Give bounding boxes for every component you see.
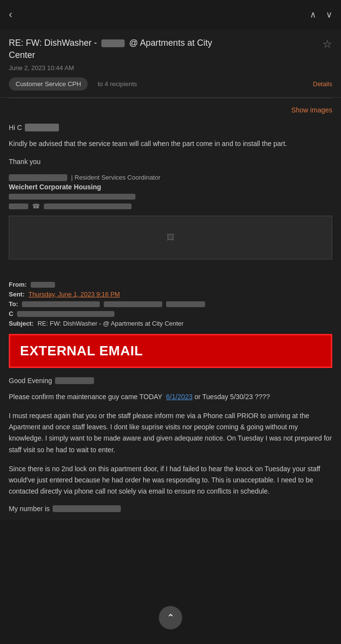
- show-images-link[interactable]: Show images: [291, 106, 332, 114]
- redacted-phone: [44, 203, 132, 209]
- redacted-from: [31, 282, 55, 288]
- details-link[interactable]: Details: [313, 80, 332, 88]
- meta-from: From:: [9, 281, 332, 288]
- sender-row: Customer Service CPH to 4 recipients Det…: [9, 77, 332, 91]
- signature-row: | Resident Services Coordinator: [9, 174, 332, 181]
- email-header: RE: FW: DishWasher - @ Apartments at Cit…: [0, 29, 341, 98]
- email-body: Show images Hi C Kindly be advised that …: [0, 98, 341, 520]
- redacted-cc: [17, 311, 114, 317]
- redacted-to-3: [166, 301, 205, 307]
- redacted-to-1: [22, 301, 100, 307]
- nav-up-button[interactable]: ∧: [310, 9, 316, 20]
- external-email-banner: EXTERNAL EMAIL: [9, 334, 332, 368]
- phone-prefix: ☎: [32, 202, 40, 210]
- subject-part2: @ Apartments at City: [129, 38, 212, 48]
- fwd-paragraph-3: Since there is no 2nd lock on this apart…: [9, 463, 332, 497]
- meta-sent: Sent: Thursday, June 1, 2023 9:16 PM: [9, 291, 332, 298]
- confirm-date-suffix: or Tuesday 5/30/23 ????: [194, 393, 270, 401]
- subject-label: Subject:: [9, 320, 34, 327]
- address-block: ☎: [9, 194, 332, 210]
- to-label: To:: [9, 300, 18, 308]
- sender-chip[interactable]: Customer Service CPH: [9, 77, 88, 91]
- redacted-name: [101, 39, 125, 47]
- redacted-address-2: [9, 203, 28, 209]
- my-number-row: My number is: [9, 505, 332, 513]
- email-greeting: Hi C: [9, 124, 332, 131]
- subject-part1: RE: FW: DishWasher -: [9, 38, 97, 48]
- top-bar: ‹ ∧ ∨: [0, 0, 341, 29]
- my-number-label: My number is: [9, 505, 50, 513]
- redacted-address-1: [9, 194, 135, 200]
- email-image: 🖼: [9, 216, 332, 259]
- from-label: From:: [9, 281, 27, 288]
- fwd-paragraph-2: I must request again that you or the sta…: [9, 410, 332, 455]
- fwd-subject-value: RE: FW: DishWasher - @ Apartments at Cit…: [38, 320, 184, 327]
- signature-role: | Resident Services Coordinator: [71, 174, 160, 181]
- confirm-date-link[interactable]: 6/1/2023: [166, 393, 193, 401]
- redacted-name-greeting: [25, 124, 59, 131]
- meta-to: To:: [9, 300, 332, 308]
- confirm-text: Please confirm the maintenance guy came …: [9, 393, 162, 401]
- greeting-text: Hi C: [9, 124, 22, 131]
- broken-image-icon: 🖼: [167, 233, 174, 242]
- scroll-top-icon: ⌃: [167, 612, 175, 624]
- meta-cc: C: [9, 310, 332, 317]
- company-name: Weichert Corporate Housing: [9, 183, 332, 191]
- subject-row: RE: FW: DishWasher - @ Apartments at Cit…: [9, 37, 332, 61]
- forwarded-section: From: Sent: Thursday, June 1, 2023 9:16 …: [9, 274, 332, 513]
- sent-label: Sent:: [9, 291, 25, 298]
- body-paragraph-thanks: Thank you: [9, 156, 332, 167]
- email-subject: RE: FW: DishWasher - @ Apartments at Cit…: [9, 37, 322, 61]
- show-images-row: Show images: [9, 106, 332, 114]
- nav-down-button[interactable]: ∨: [326, 9, 332, 20]
- sender-info: Customer Service CPH to 4 recipients: [9, 77, 313, 91]
- star-button[interactable]: ☆: [322, 38, 332, 51]
- fwd-confirm-paragraph: Please confirm the maintenance guy came …: [9, 391, 332, 403]
- body-paragraph-1: Kindly be advised that the service team …: [9, 138, 332, 149]
- redacted-fwd-name: [55, 377, 94, 384]
- nav-right: ∧ ∨: [310, 9, 332, 20]
- subject-part3: Center: [9, 50, 35, 60]
- fwd-greeting-text: Good Evening: [9, 377, 52, 385]
- fwd-greeting: Good Evening: [9, 377, 332, 385]
- meta-subject: Subject: RE: FW: DishWasher - @ Apartmen…: [9, 320, 332, 327]
- redacted-number: [53, 505, 121, 512]
- back-button[interactable]: ‹: [9, 8, 12, 21]
- recipients-text: to 4 recipients: [97, 80, 137, 88]
- scroll-top-button[interactable]: ⌃: [159, 606, 182, 629]
- redacted-to-2: [104, 301, 162, 307]
- nav-left: ‹: [9, 8, 12, 21]
- cc-label-c: C: [9, 310, 13, 317]
- email-date: June 2, 2023 10:44 AM: [9, 64, 332, 72]
- sent-date: Thursday, June 1, 2023 9:16 PM: [29, 291, 120, 298]
- redacted-sig-name: [9, 174, 67, 181]
